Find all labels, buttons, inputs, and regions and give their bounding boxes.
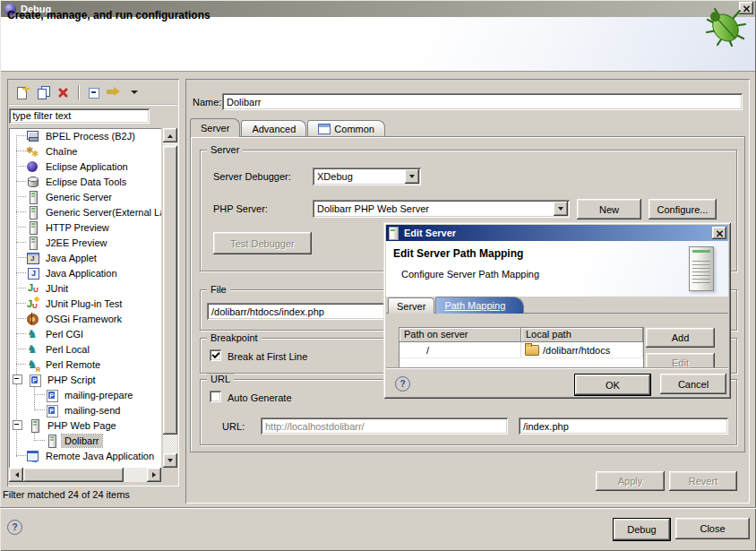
mapping-row[interactable]: //dolibarr/htdocs bbox=[399, 342, 643, 358]
edit-server-header: Edit Server Path Mapping Configure Serve… bbox=[386, 241, 728, 297]
sphere-icon bbox=[26, 159, 40, 174]
edit-server-title: Edit Server bbox=[404, 228, 456, 238]
tree-item-http-preview[interactable]: HTTP Preview bbox=[9, 220, 161, 235]
tree-item-perl-remote[interactable]: Perl Remote bbox=[9, 357, 161, 372]
filter-input[interactable]: type filter text bbox=[9, 108, 150, 124]
edit-server-dialog: Edit Server Edit Server Path Mapping Con… bbox=[383, 222, 731, 399]
apply-button[interactable]: Apply bbox=[596, 471, 665, 491]
filter-configurations-button[interactable] bbox=[104, 83, 124, 101]
server-debugger-select[interactable]: XDebug bbox=[313, 168, 421, 185]
tree-item-java-applet[interactable]: Java Applet bbox=[9, 250, 161, 265]
tree-item-label: Eclipse Application bbox=[43, 160, 131, 173]
scroll-down-button[interactable] bbox=[163, 453, 177, 468]
tree-item-label: Generic Server bbox=[43, 191, 115, 203]
collapse-icon bbox=[86, 85, 100, 99]
configure-server-button[interactable]: Configure... bbox=[649, 199, 717, 220]
tree-item-remote-java-application[interactable]: Remote Java Application bbox=[9, 448, 161, 463]
edit-mapping-button[interactable]: Edit bbox=[646, 353, 715, 367]
tree-item-generic-server-external-la[interactable]: Generic Server(External La bbox=[9, 204, 161, 220]
tree-item-java-application[interactable]: Java Application bbox=[9, 265, 161, 280]
tree-item-eclipse-data-tools[interactable]: Eclipse Data Tools bbox=[9, 174, 161, 189]
dropdown-arrow-icon[interactable] bbox=[554, 202, 568, 216]
tree-connector bbox=[16, 349, 26, 349]
column-header-path-on-server[interactable]: Path on server bbox=[399, 328, 521, 342]
mapping-table-header: Path on serverLocal path bbox=[399, 328, 643, 342]
break-at-first-line-checkbox[interactable] bbox=[210, 349, 221, 361]
test-debugger-button[interactable]: Test Debugger bbox=[213, 232, 312, 254]
tree-item-label: PHP Script bbox=[45, 374, 99, 386]
tree-item-junit-plug-in-test[interactable]: JUnit Plug-in Test bbox=[9, 296, 161, 311]
tree-item-perl-cgi[interactable]: Perl CGI bbox=[9, 326, 161, 341]
auto-generate-checkbox[interactable] bbox=[210, 391, 221, 402]
php-icon bbox=[45, 403, 59, 418]
url-path-input[interactable]: /index.php bbox=[519, 418, 728, 435]
vertical-scroll-thumb[interactable] bbox=[163, 146, 177, 435]
main-tabs: ServerAdvancedCommon bbox=[190, 118, 386, 137]
tree-expander-minus[interactable] bbox=[13, 375, 22, 384]
scroll-up-button[interactable] bbox=[163, 128, 177, 142]
tree-item-bpel-process-b2j[interactable]: BPEL Process (B2J) bbox=[9, 128, 161, 143]
tree-connector bbox=[34, 433, 45, 448]
tree-vertical-scrollbar[interactable] bbox=[163, 128, 177, 468]
tree-item-eclipse-application[interactable]: Eclipse Application bbox=[9, 159, 161, 174]
scroll-right-button[interactable] bbox=[147, 468, 161, 482]
tab-server[interactable]: Server bbox=[190, 118, 240, 137]
name-input[interactable]: Dolibarr bbox=[222, 93, 743, 110]
tree-item-mailing-send[interactable]: mailing-send bbox=[9, 402, 161, 418]
duplicate-configuration-button[interactable] bbox=[33, 83, 53, 101]
php-server-select[interactable]: Dolibarr PHP Web Server bbox=[313, 200, 570, 218]
configuration-tree[interactable]: BPEL Process (B2J)ChaîneEclipse Applicat… bbox=[9, 128, 161, 468]
close-button[interactable]: Close bbox=[675, 518, 750, 539]
tree-item-j2ee-preview[interactable]: J2EE Preview bbox=[9, 235, 161, 250]
tree-item-junit[interactable]: JUnit bbox=[9, 280, 161, 296]
tree-horizontal-scrollbar[interactable] bbox=[9, 468, 161, 482]
scroll-left-button[interactable] bbox=[9, 468, 23, 482]
banner-heading: Create, manage, and run configurations bbox=[7, 9, 210, 22]
tree-expander-minus[interactable] bbox=[13, 420, 22, 430]
horizontal-scroll-thumb[interactable] bbox=[23, 468, 124, 482]
tree-item-generic-server[interactable]: Generic Server bbox=[9, 189, 161, 204]
help-icon[interactable] bbox=[395, 376, 410, 392]
ok-button[interactable]: OK bbox=[574, 374, 651, 396]
cancel-button[interactable]: Cancel bbox=[660, 374, 726, 394]
help-icon[interactable] bbox=[7, 520, 22, 535]
dialog-tab-server[interactable]: Server bbox=[388, 297, 434, 314]
tree-item-dolibarr[interactable]: Dolibarr bbox=[9, 433, 161, 448]
tree-connector bbox=[16, 318, 26, 319]
breakpoint-group-label: Breakpoint bbox=[207, 332, 262, 343]
mapping-table[interactable]: Path on serverLocal path//dolibarr/htdoc… bbox=[399, 328, 643, 367]
dialog-tab-path-mapping[interactable]: Path Mapping bbox=[435, 297, 524, 314]
tree-item-osgi-framework[interactable]: OSGi Framework bbox=[9, 311, 161, 326]
tree-item-label: mailing-prepare bbox=[62, 389, 135, 401]
tree-item-php-script[interactable]: PHP Script bbox=[9, 372, 161, 387]
tree-connector bbox=[16, 151, 26, 151]
tree-item-cha-ne[interactable]: Chaîne bbox=[9, 143, 161, 159]
edit-server-close-button[interactable] bbox=[712, 227, 726, 239]
tree-item-php-web-page[interactable]: PHP Web Page bbox=[9, 418, 161, 433]
dropdown-arrow-icon[interactable] bbox=[405, 169, 419, 184]
tab-common[interactable]: Common bbox=[307, 120, 385, 137]
new-configuration-button[interactable] bbox=[13, 83, 32, 101]
server-icon bbox=[26, 236, 40, 250]
tree-connector bbox=[16, 227, 26, 228]
add-mapping-button[interactable]: Add bbox=[646, 328, 715, 348]
tree-item-mailing-prepare[interactable]: mailing-prepare bbox=[9, 387, 161, 402]
tree-item-perl-local[interactable]: Perl Local bbox=[9, 341, 161, 357]
footer-divider bbox=[0, 507, 756, 509]
server-icon bbox=[28, 418, 42, 433]
collapse-all-button[interactable] bbox=[83, 83, 103, 101]
tab-label: Server bbox=[201, 123, 229, 133]
revert-button[interactable]: Revert bbox=[669, 471, 737, 491]
tab-advanced[interactable]: Advanced bbox=[241, 120, 306, 137]
java-icon bbox=[26, 266, 40, 280]
local-path-text: /dolibarr/htdocs bbox=[543, 345, 610, 356]
new-server-button[interactable]: New bbox=[577, 199, 641, 220]
toolbar-menu-button[interactable] bbox=[125, 83, 144, 101]
column-header-local-path[interactable]: Local path bbox=[521, 328, 643, 342]
edit-server-titlebar[interactable]: Edit Server bbox=[386, 225, 728, 241]
debug-button[interactable]: Debug bbox=[613, 518, 671, 541]
delete-configuration-button[interactable] bbox=[54, 83, 73, 101]
folder-icon bbox=[525, 345, 539, 356]
delete-icon bbox=[56, 85, 71, 99]
osgi-icon bbox=[26, 312, 40, 326]
